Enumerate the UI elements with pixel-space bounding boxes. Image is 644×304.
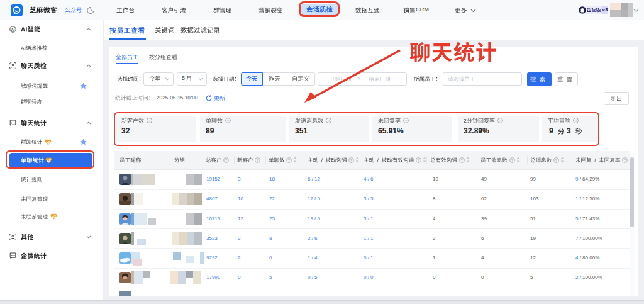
svg-text:?: ? — [460, 158, 463, 162]
svg-text:?: ? — [288, 158, 291, 162]
svg-text:?: ? — [624, 158, 626, 162]
svg-text:?: ? — [417, 158, 419, 162]
svg-text:?: ? — [555, 158, 558, 162]
svg-text:v2: v2 — [52, 215, 56, 218]
svg-text:v2: v2 — [46, 140, 50, 144]
svg-text:AI: AI — [11, 27, 15, 31]
svg-text:?: ? — [511, 158, 513, 162]
svg-text:?: ? — [350, 158, 353, 162]
svg-text:?: ? — [225, 158, 228, 162]
svg-text:?: ? — [257, 158, 259, 162]
